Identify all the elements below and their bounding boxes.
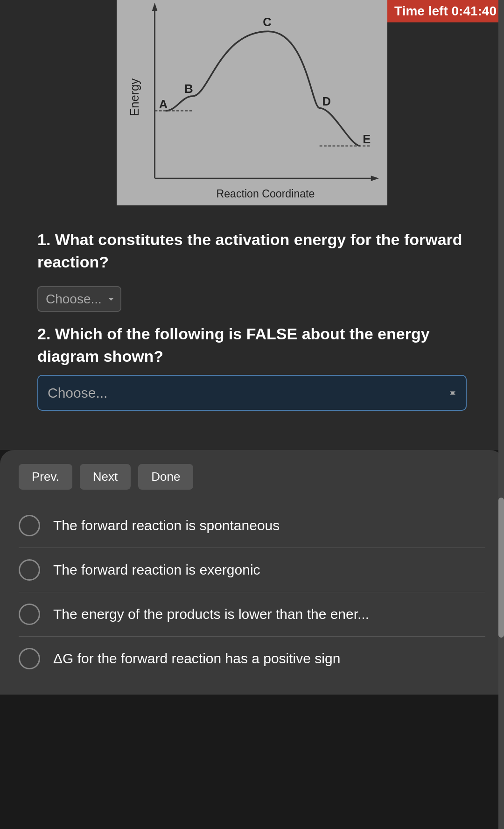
svg-text:Energy: Energy <box>128 78 141 116</box>
scrollbar-track[interactable] <box>498 0 504 829</box>
nav-buttons: Prev. Next Done <box>19 464 485 490</box>
svg-marker-2 <box>371 176 379 181</box>
timer-badge: Time left 0:41:40 <box>387 0 504 22</box>
energy-diagram: Energy Reaction Coordinate A B C D E <box>117 0 387 205</box>
done-button[interactable]: Done <box>138 464 193 490</box>
question-1-select[interactable]: Choose... A to B B to C A to C C to D C … <box>37 286 121 312</box>
option-2-label: The forward reaction is exergonic <box>53 560 260 580</box>
svg-text:B: B <box>184 82 193 95</box>
svg-text:E: E <box>363 133 371 146</box>
svg-text:A: A <box>159 98 168 111</box>
option-3-label: The energy of the products is lower than… <box>53 604 369 624</box>
options-list: The forward reaction is spontaneous The … <box>19 504 485 681</box>
option-4[interactable]: ΔG for the forward reaction has a positi… <box>19 637 485 681</box>
svg-text:C: C <box>263 15 271 28</box>
next-button[interactable]: Next <box>80 464 131 490</box>
option-1[interactable]: The forward reaction is spontaneous <box>19 504 485 548</box>
question-1-row: 1. What constitutes the activation energ… <box>37 229 467 312</box>
bottom-panel: Prev. Next Done The forward reaction is … <box>0 450 504 695</box>
option-2[interactable]: The forward reaction is exergonic <box>19 548 485 592</box>
question-2-row: 2. Which of the following is FALSE about… <box>37 323 467 411</box>
option-4-label: ΔG for the forward reaction has a positi… <box>53 649 340 668</box>
radio-circle-4[interactable] <box>19 648 40 669</box>
prev-button[interactable]: Prev. <box>19 464 72 490</box>
question-2-text: 2. Which of the following is FALSE about… <box>37 323 467 367</box>
radio-circle-3[interactable] <box>19 604 40 625</box>
radio-circle-1[interactable] <box>19 515 40 536</box>
svg-marker-3 <box>152 3 158 11</box>
option-3[interactable]: The energy of the products is lower than… <box>19 592 485 637</box>
radio-circle-2[interactable] <box>19 559 40 581</box>
svg-text:Reaction Coordinate: Reaction Coordinate <box>216 188 315 200</box>
scrollbar-thumb[interactable] <box>498 498 504 638</box>
svg-text:D: D <box>322 95 331 108</box>
questions-section: 1. What constitutes the activation energ… <box>19 219 485 436</box>
question-1-text: 1. What constitutes the activation energ… <box>37 229 467 273</box>
option-1-label: The forward reaction is spontaneous <box>53 516 280 535</box>
question-2-select[interactable]: Choose... The forward reaction is sponta… <box>37 375 467 411</box>
